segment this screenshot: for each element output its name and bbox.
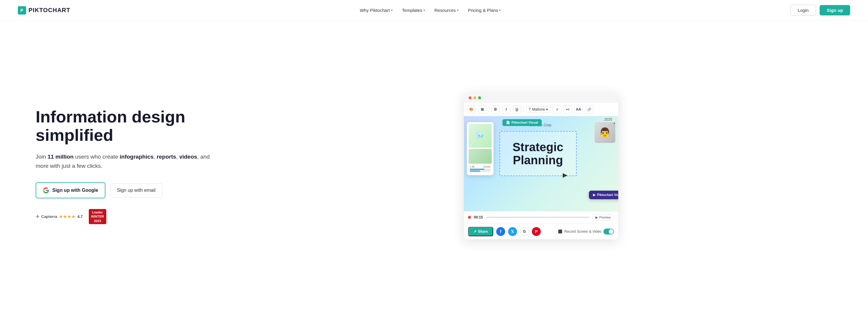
list-btn[interactable]: ≡ [553,105,561,113]
record-screen-label: Record Screen & Video [564,230,601,234]
record-screen-toggle[interactable]: ⬛ Record Screen & Video [558,229,614,235]
infographics-keyword: infographics [120,153,154,160]
nav-actions: Login Sign up [790,5,850,16]
editor-toolbar: 🎨 ⊞ B I U T Mattone ▾ ≡ •≡ AA 🔗 [464,103,618,116]
share-label: Share [478,230,488,234]
video-badge-label: Piktochart Video [597,193,618,197]
chevron-down-icon: ▾ [457,9,459,12]
social-share-bar: ↗ Share f 𝕏 G P ⬛ Record Screen & Video [464,223,618,239]
phone-preview: 🌬️ 1.9BZOOM [467,122,494,175]
capterra-badge: ✈ Capterra ★★★★ 4.7 [36,214,83,219]
chevron-down-icon: ▾ [424,9,425,12]
social-proof: ✈ Capterra ★★★★ 4.7 Leader WINTER 2023 [36,209,214,224]
wind-turbine-icon: 🌬️ [476,132,485,140]
underline-btn[interactable]: U [513,105,521,113]
hero-mockup: 🎨 ⊞ B I U T Mattone ▾ ≡ •≡ AA 🔗 [231,83,850,249]
close-icon: ✕ [613,122,615,126]
preview-label: Preview [599,215,611,219]
nav-links: Why Piktochart ▾ Templates ▾ Resources ▾… [360,8,501,13]
cursor-arrow-icon: ▶ [563,171,567,178]
logo-text: PIKTOCHART [29,7,70,14]
stat-bar-2 [470,170,491,172]
toggle-dot [609,229,614,234]
bullets-btn[interactable]: •≡ [564,105,572,113]
paint-tool-btn[interactable]: 🎨 [467,105,476,113]
chevron-down-icon: ▾ [391,9,393,12]
cta-buttons: Sign up with Google Sign up with email [36,182,214,198]
piktochart-video-badge[interactable]: ▶ Piktochart Video [589,191,618,199]
minimize-dot [473,96,476,99]
font-name: Mattone [532,107,545,111]
nav-pricing[interactable]: Pricing & Plans ▾ [468,8,501,13]
record-indicator [468,216,471,219]
signup-button[interactable]: Sign up [819,5,850,15]
hero-section: Information design simplified Join 11 mi… [0,21,868,311]
nav-resources[interactable]: Resources ▾ [434,8,459,13]
record-screen-icon: ⬛ [558,230,562,234]
video-badge-icon: ▶ [593,193,595,197]
pinterest-share-button[interactable]: P [532,227,541,236]
editor-canvas: Ultimate Corp. 2025 📄 Piktochart Visual … [464,116,618,211]
nav-templates[interactable]: Templates ▾ [402,8,425,13]
font-selector[interactable]: T Mattone ▾ [526,106,551,113]
link-btn[interactable]: 🔗 [585,105,593,113]
maximize-dot [478,96,481,99]
navbar: P PIKTOCHART Why Piktochart ▾ Templates … [0,0,868,21]
login-button[interactable]: Login [790,5,816,16]
phone-stats: 1.9BZOOM [469,164,492,173]
capterra-icon: ✈ [36,214,39,219]
nav-why-piktochart[interactable]: Why Piktochart ▾ [360,8,393,13]
italic-btn[interactable]: I [502,105,510,113]
play-icon: ▶ [595,215,598,219]
piktochart-visual-badge: 📄 Piktochart Visual [502,119,541,126]
editor-window: 🎨 ⊞ B I U T Mattone ▾ ≡ •≡ AA 🔗 [464,93,618,239]
hero-title: Information design simplified [36,108,214,144]
visual-badge-label: Piktochart Visual [512,121,538,124]
g2-leader-label: Leader [91,210,104,214]
playback-time: 00:15 [474,215,483,219]
chevron-down-icon: ▾ [499,9,501,12]
videos-keyword: videos [179,153,197,160]
stat-row-1: 1.9BZOOM [470,166,491,168]
visual-badge-icon: 📄 [506,121,510,125]
stat-bar-1 [470,169,491,170]
user-count: 11 million [48,153,74,160]
logo-icon: P [18,6,26,14]
strategic-planning-box: Strategic Planning ▶ [499,131,577,176]
font-size-btn[interactable]: AA [574,105,583,113]
share-icon: ↗ [473,230,476,234]
bold-btn[interactable]: B [492,105,500,113]
text-icon: T [529,107,531,111]
g2-badge: Leader WINTER 2023 [89,209,106,224]
timeline-progress[interactable] [486,217,589,218]
capterra-label: Capterra [41,214,57,219]
rating-value: 4.7 [77,214,83,219]
signup-email-button[interactable]: Sign up with email [110,183,162,198]
window-titlebar [464,93,618,103]
close-dot [469,96,471,99]
g2-season-label: WINTER [91,214,104,218]
hero-subtitle: Join 11 million users who create infogra… [36,152,214,170]
year-label: 2025 [604,117,612,122]
toggle-switch[interactable] [603,229,614,235]
strategic-text: Strategic Planning [506,141,570,167]
toolbar-divider-2 [524,106,524,112]
google-share-button[interactable]: G [520,227,529,236]
hero-content: Information design simplified Join 11 mi… [36,108,214,224]
reports-keyword: reports [157,153,176,160]
preview-button[interactable]: ▶ Preview [592,214,614,220]
video-timeline: 00:15 ▶ Preview [464,211,618,223]
person-avatar: 👨 ✕ [594,122,615,143]
g2-year-label: 2023 [91,219,104,223]
share-button[interactable]: ↗ Share [468,227,493,236]
google-icon [43,187,49,194]
phone-image-green [469,149,492,164]
twitter-share-button[interactable]: 𝕏 [508,227,517,236]
signup-google-button[interactable]: Sign up with Google [36,182,105,198]
font-chevron-icon: ▾ [546,107,548,111]
facebook-share-button[interactable]: f [496,227,505,236]
phone-image-wind: 🌬️ [469,124,492,148]
logo[interactable]: P PIKTOCHART [18,6,70,14]
google-button-label: Sign up with Google [52,188,98,193]
grid-tool-btn[interactable]: ⊞ [478,105,487,113]
